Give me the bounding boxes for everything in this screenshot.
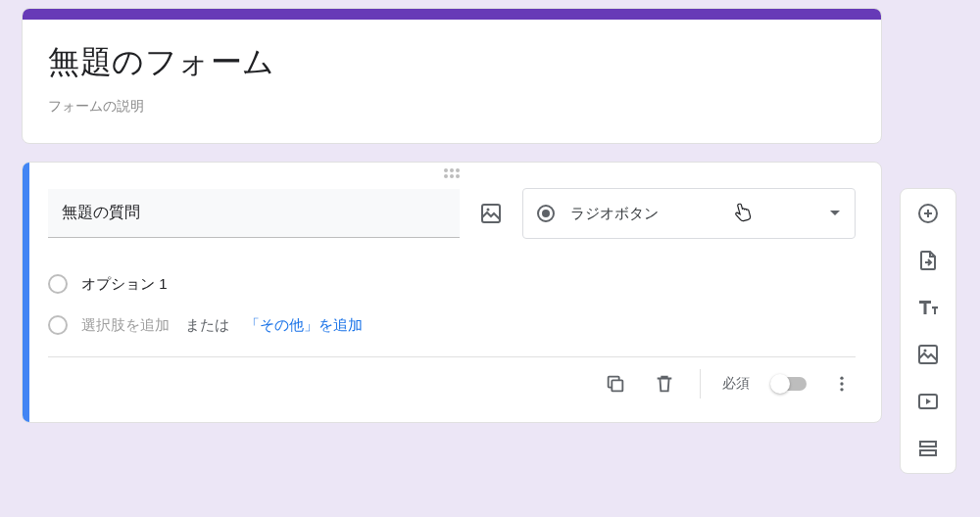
chevron-down-icon bbox=[829, 210, 841, 217]
svg-rect-2 bbox=[612, 380, 622, 391]
add-option-row: 選択肢を追加 または 「その他」を追加 bbox=[48, 315, 856, 335]
svg-point-3 bbox=[840, 377, 843, 380]
option-text[interactable]: オプション 1 bbox=[81, 275, 168, 294]
radio-empty-icon bbox=[48, 315, 68, 335]
add-video-button[interactable] bbox=[913, 387, 943, 416]
form-description[interactable]: フォームの説明 bbox=[48, 98, 856, 116]
svg-point-1 bbox=[487, 209, 490, 212]
form-title[interactable]: 無題のフォーム bbox=[48, 41, 856, 84]
more-options-button[interactable] bbox=[828, 370, 856, 398]
drag-handle-icon[interactable] bbox=[444, 168, 460, 178]
question-title-input[interactable]: 無題の質問 bbox=[48, 189, 460, 238]
svg-point-5 bbox=[840, 388, 843, 391]
svg-point-4 bbox=[840, 382, 843, 385]
form-header-card: 無題のフォーム フォームの説明 bbox=[22, 8, 882, 144]
add-image-icon[interactable] bbox=[477, 200, 505, 227]
radio-empty-icon bbox=[48, 274, 68, 294]
svg-rect-11 bbox=[920, 450, 936, 455]
question-type-label: ラジオボタン bbox=[570, 205, 659, 223]
active-indicator bbox=[23, 163, 29, 422]
divider bbox=[48, 356, 856, 357]
add-title-button[interactable] bbox=[913, 293, 943, 322]
question-card: 無題の質問 ラジオボタン bbox=[22, 162, 882, 423]
add-other-link[interactable]: 「その他」を追加 bbox=[245, 316, 363, 335]
add-section-button[interactable] bbox=[913, 434, 943, 463]
vertical-divider bbox=[700, 369, 701, 399]
svg-rect-10 bbox=[920, 442, 936, 446]
cursor-pointer-icon bbox=[731, 201, 754, 226]
delete-button[interactable] bbox=[651, 370, 678, 398]
required-toggle[interactable] bbox=[771, 377, 807, 391]
accent-bar bbox=[23, 9, 881, 20]
add-option-placeholder[interactable]: 選択肢を追加 bbox=[81, 316, 170, 335]
duplicate-button[interactable] bbox=[602, 370, 629, 398]
required-label: 必須 bbox=[722, 375, 750, 393]
or-label: または bbox=[185, 316, 229, 335]
import-questions-button[interactable] bbox=[913, 246, 943, 275]
side-toolbar bbox=[900, 188, 956, 474]
radio-icon bbox=[537, 205, 555, 222]
question-type-dropdown[interactable]: ラジオボタン bbox=[522, 188, 856, 239]
svg-point-8 bbox=[924, 350, 927, 352]
add-question-button[interactable] bbox=[913, 199, 943, 228]
add-image-button[interactable] bbox=[913, 340, 943, 369]
option-row[interactable]: オプション 1 bbox=[48, 274, 856, 294]
